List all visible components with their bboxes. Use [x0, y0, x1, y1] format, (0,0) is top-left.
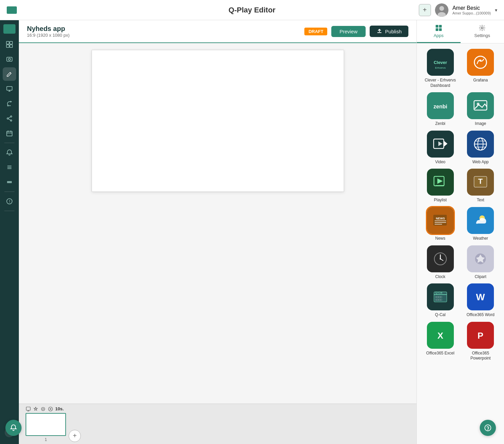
canvas-area	[19, 43, 416, 404]
app-label-webapp: Web App	[472, 160, 489, 165]
app-icon-text: T	[467, 169, 494, 196]
slide-title: Nyheds app	[27, 25, 69, 33]
help-button[interactable]	[480, 420, 496, 436]
app-item-clock[interactable]: Clock	[422, 245, 459, 280]
svg-text:NEWS: NEWS	[436, 217, 445, 220]
app-icon-o365excel: X	[427, 322, 454, 349]
svg-point-1	[439, 6, 444, 11]
app-icon-qcal: Q-Cal□□□□□□□□	[427, 283, 454, 310]
slide-thumbnail-1[interactable]	[26, 413, 66, 436]
svg-marker-52	[437, 178, 443, 184]
sidebar-item-calendar[interactable]	[3, 127, 16, 140]
app-label-qcal: Q-Cal	[435, 312, 445, 318]
svg-rect-33	[436, 28, 438, 31]
sidebar-item-list[interactable]	[3, 161, 16, 174]
app-icon-o365ppt: P	[467, 322, 494, 349]
svg-rect-6	[10, 45, 12, 47]
tab-apps[interactable]: Apps	[417, 20, 461, 43]
svg-text:Erhvervs: Erhvervs	[435, 66, 446, 69]
svg-rect-25	[26, 407, 30, 410]
app-item-o365excel[interactable]: XOffice365 Excel	[422, 322, 459, 361]
app-label-o365ppt: Office365 Powerpoint	[463, 351, 499, 361]
svg-text:W: W	[476, 292, 485, 302]
app-item-video[interactable]: Video	[422, 131, 459, 165]
svg-text:X: X	[437, 331, 443, 341]
sidebar-item-media[interactable]	[3, 53, 16, 66]
app-item-o365word[interactable]: WOffice365 Word	[463, 283, 499, 318]
sidebar-item-tag[interactable]	[3, 175, 16, 189]
svg-marker-45	[438, 141, 442, 146]
app-item-grafana[interactable]: Grafana	[463, 49, 499, 88]
app-item-image[interactable]: Image	[463, 92, 499, 127]
svg-rect-41	[474, 101, 487, 110]
app-item-clipart[interactable]: Clipart	[463, 245, 499, 280]
right-panel: Apps Settings CleverErhvervsClever - Erh…	[416, 20, 504, 444]
app-icon-playlist	[427, 169, 454, 196]
add-slide-button[interactable]: +	[69, 430, 81, 442]
svg-point-10	[10, 116, 12, 117]
sidebar-logo	[3, 24, 15, 34]
svg-rect-9	[7, 87, 12, 90]
app-item-news[interactable]: NEWSNews	[422, 207, 459, 241]
publish-button[interactable]: Publish	[370, 26, 408, 37]
user-sub: Amer Suppo...(100009)	[452, 11, 491, 15]
slide-number-1: 1	[26, 437, 66, 442]
app-label-text: Text	[477, 198, 484, 203]
slide-canvas[interactable]	[92, 50, 344, 192]
app-label-grafana: Grafana	[473, 78, 488, 83]
add-button[interactable]: +	[419, 4, 431, 16]
app-item-o365ppt[interactable]: POffice365 Powerpoint	[463, 322, 499, 361]
timeline: 10s. 1 +	[19, 404, 416, 444]
app-item-playlist[interactable]: Playlist	[422, 169, 459, 203]
sidebar-item-display[interactable]	[3, 82, 16, 96]
svg-point-66	[440, 258, 441, 260]
app-icon-news: NEWS	[427, 207, 454, 234]
app-icon-video	[427, 131, 454, 158]
svg-rect-4	[10, 41, 12, 44]
app-label-clipart: Clipart	[475, 274, 486, 280]
svg-rect-31	[436, 25, 438, 28]
app-item-weather[interactable]: Weather	[463, 207, 499, 241]
slide-duration: 10s.	[55, 406, 64, 411]
sidebar-item-dashboard[interactable]	[3, 38, 16, 51]
app-item-webapp[interactable]: Web App	[463, 131, 499, 165]
draft-badge: DRAFT	[304, 28, 327, 35]
svg-marker-44	[444, 141, 447, 147]
app-icon-zenbi: zenbi	[427, 92, 454, 119]
sidebar-item-alerts[interactable]	[3, 146, 16, 159]
app-icon-grafana	[467, 49, 494, 76]
sidebar-divider-2	[4, 192, 14, 192]
sidebar-item-editor[interactable]	[3, 67, 16, 81]
svg-point-11	[7, 118, 8, 119]
app-item-text[interactable]: TText	[463, 169, 499, 203]
svg-text:P: P	[478, 331, 483, 341]
app-label-clock: Clock	[435, 274, 445, 280]
sidebar-item-share[interactable]	[3, 112, 16, 125]
svg-rect-32	[439, 25, 442, 28]
svg-text:T: T	[478, 177, 483, 185]
user-menu-chevron[interactable]: ▾	[495, 7, 497, 13]
app-icon-image	[467, 92, 494, 119]
app-item-zenbi[interactable]: zenbiZenbi	[422, 92, 459, 127]
app-item-qcal[interactable]: Q-Cal□□□□□□□□Q-Cal	[422, 283, 459, 318]
sidebar-item-info[interactable]: !	[3, 195, 16, 208]
notification-button[interactable]	[5, 420, 22, 436]
tab-settings[interactable]: Settings	[461, 20, 504, 43]
app-icon-clock	[427, 245, 454, 272]
app-label-weather: Weather	[473, 236, 488, 241]
app-icon-o365word: W	[467, 283, 494, 310]
app-item-clever[interactable]: CleverErhvervsClever - Erhvervs Dashboar…	[422, 49, 459, 88]
app-title: Q-Play Editor	[229, 6, 275, 14]
svg-text:!: !	[9, 199, 10, 204]
svg-text:zenbi: zenbi	[433, 104, 447, 109]
svg-point-12	[10, 120, 12, 121]
user-name: Amer Besic	[452, 5, 491, 11]
sidebar-divider-3	[4, 211, 14, 211]
app-label-zenbi: Zenbi	[435, 121, 445, 127]
preview-button[interactable]: Preview	[331, 26, 365, 37]
app-label-news: News	[435, 236, 445, 241]
sidebar-item-loop[interactable]	[3, 97, 16, 110]
svg-line-14	[8, 119, 10, 120]
app-icon-webapp	[467, 131, 494, 158]
apps-grid: CleverErhvervsClever - Erhvervs Dashboar…	[417, 43, 504, 367]
